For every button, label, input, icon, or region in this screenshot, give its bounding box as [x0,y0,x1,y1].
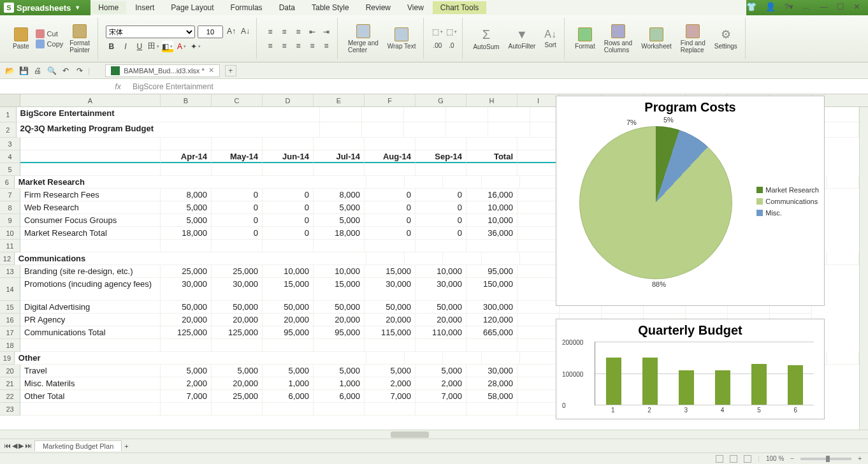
cell[interactable]: 0 [416,214,467,227]
maximize-button[interactable]: ☐ [837,2,844,13]
cell[interactable] [362,107,404,122]
cell[interactable] [517,314,560,326]
cell[interactable]: 110,000 [416,326,467,339]
cell[interactable] [263,163,314,176]
help-icon[interactable]: ?▾ [785,2,793,13]
cell[interactable]: 95,000 [263,326,314,339]
cell[interactable]: Aug-14 [365,150,416,163]
cell[interactable]: 18,000 [314,227,365,240]
cell[interactable]: Consumer Focus Groups [20,214,161,227]
cell[interactable]: 50,000 [161,301,212,314]
cell[interactable] [517,365,560,377]
cell[interactable]: 0 [263,189,314,201]
currency-button[interactable]: ⬚ [445,26,457,38]
cell[interactable] [263,403,314,416]
cell[interactable] [827,176,859,189]
next-sheet-button[interactable]: ▶ [18,442,24,450]
cell[interactable]: 20,000 [212,314,263,326]
justify-button[interactable]: ≡ [307,40,318,52]
cell[interactable] [517,227,560,240]
vertical-scrollbar[interactable] [859,107,868,430]
row-header[interactable]: 4 [0,150,20,163]
cell[interactable]: 50,000 [365,301,416,314]
ribbon-collapse-icon[interactable]: ︿ [802,2,811,13]
menu-insert[interactable]: Insert [127,1,162,14]
cell[interactable]: 50,000 [314,301,365,314]
cell[interactable] [488,122,530,138]
menu-chart-tools[interactable]: Chart Tools [433,1,486,14]
cell[interactable]: 0 [263,201,314,214]
wrap-text-button[interactable]: Wrap Text [385,26,419,51]
cell[interactable] [20,403,161,416]
cell[interactable] [212,163,263,176]
file-tab[interactable]: BAMBAM_Bud...id3.xlsx * ✕ [105,64,220,77]
cell[interactable] [416,403,467,416]
cell[interactable] [366,352,405,365]
redo-button[interactable]: ↷ [74,65,85,76]
cell[interactable] [520,176,558,189]
cell[interactable] [404,107,446,122]
cell[interactable]: Apr-14 [161,150,212,163]
decrease-indent-button[interactable]: ⇤ [307,26,318,38]
tshirt-icon[interactable]: 👕 [746,2,756,13]
settings-button[interactable]: ⚙Settings [712,26,740,51]
cell[interactable]: 20,000 [314,314,365,326]
cell[interactable]: BigScore Entertainment [17,107,321,122]
cell[interactable] [263,138,314,150]
effects-button[interactable]: ✦ [190,41,201,52]
cell[interactable]: 58,000 [467,390,517,403]
cell[interactable] [517,150,560,163]
cell[interactable] [404,122,446,138]
align-top-button[interactable]: ≡ [264,26,276,38]
cell[interactable]: 20,000 [263,314,314,326]
cell[interactable]: 5,000 [416,365,467,377]
cell[interactable] [517,278,560,301]
cell[interactable]: 0 [416,201,467,214]
cell[interactable]: 5,000 [161,201,212,214]
number-format-button[interactable]: ⬚ [431,26,443,38]
cell[interactable]: 25,000 [161,265,212,278]
align-center-button[interactable]: ≡ [278,40,290,52]
distribute-button[interactable]: ≡ [321,40,332,52]
row-header[interactable]: 6 [0,176,15,189]
column-header[interactable]: B [161,94,212,106]
worksheet-button[interactable]: Worksheet [639,26,674,51]
cell[interactable]: 30,000 [365,278,416,301]
cell[interactable] [517,214,560,227]
paste-button[interactable]: Paste [10,26,32,51]
cell[interactable]: 2Q-3Q Marketing Program Budget [17,122,321,138]
menu-view[interactable]: View [400,1,431,14]
cell[interactable] [314,163,365,176]
cell[interactable] [482,352,520,365]
cell[interactable]: 2,000 [365,377,416,390]
cell[interactable] [405,176,443,189]
cell[interactable]: 25,000 [212,390,263,403]
cell[interactable]: 125,000 [212,326,263,339]
align-middle-button[interactable]: ≡ [278,26,290,38]
cell[interactable]: 5,000 [161,365,212,377]
cell[interactable]: 95,000 [467,265,517,278]
cell[interactable]: 0 [365,214,416,227]
cell[interactable] [20,339,161,352]
cell[interactable]: Communications [15,252,366,265]
cell[interactable] [362,122,404,138]
cell[interactable] [467,339,517,352]
font-size-input[interactable] [198,25,223,38]
cell[interactable] [446,122,488,138]
cell[interactable] [365,339,416,352]
cell[interactable]: 15,000 [263,278,314,301]
cell[interactable] [482,176,520,189]
cell[interactable] [161,339,212,352]
cut-button[interactable]: Cut [36,29,64,38]
last-sheet-button[interactable]: ⏭ [25,442,32,450]
cell[interactable]: 6,000 [314,390,365,403]
cell[interactable]: 115,000 [365,326,416,339]
cell[interactable] [482,252,520,265]
cell[interactable]: 50,000 [263,301,314,314]
cell[interactable] [263,339,314,352]
cell[interactable]: 25,000 [212,265,263,278]
cell[interactable] [517,265,560,278]
cell[interactable]: 2,000 [416,377,467,390]
horizontal-scrollbar[interactable] [0,430,868,439]
add-sheet-button[interactable]: + [124,442,128,450]
